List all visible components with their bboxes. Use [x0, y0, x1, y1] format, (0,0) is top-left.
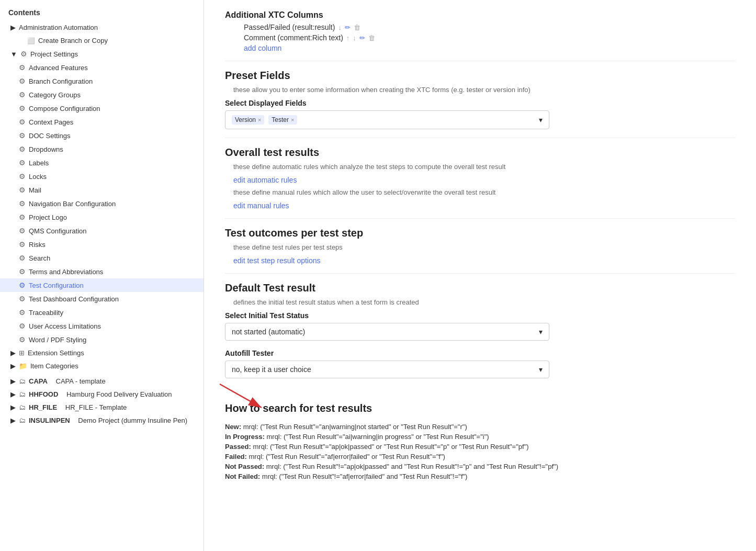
sidebar-item-create-branch[interactable]: ⬜ Create Branch or Copy	[0, 34, 204, 47]
select-displayed-fields-dropdown[interactable]: Version × Tester × ▾	[225, 110, 549, 129]
overall-test-results-desc2: these define manual rules which allow th…	[225, 188, 735, 196]
autofill-tester-value: no, keep it a user choice	[232, 365, 311, 374]
search-result-val-inprogress: mrql: ("Test Run Result"="ai|warning|in …	[266, 433, 489, 441]
chevron-right-icon: ▶	[10, 417, 16, 424]
sidebar-item-categories[interactable]: ▶ 📁 Item Categories	[0, 359, 204, 373]
chevron-down-icon: ▾	[539, 365, 543, 374]
delete-icon[interactable]: 🗑	[368, 34, 375, 42]
project-name-hrfile: HR_FILE - Template	[65, 403, 127, 411]
gear-icon: ⚙	[19, 322, 26, 330]
search-result-val-passed: mrql: ("Test Run Result"="ap|ok|passed" …	[253, 443, 529, 451]
tag-version-remove[interactable]: ×	[258, 117, 261, 123]
search-result-new: New: mrql: ("Test Run Result"="an|warnin…	[225, 423, 735, 431]
sidebar-item-label: Category Groups	[29, 91, 81, 99]
gear-icon: ⚙	[19, 240, 26, 249]
divider	[225, 138, 735, 138]
test-outcomes-desc: these define test rules per test steps	[225, 243, 735, 251]
sidebar-item-doc-settings[interactable]: ⚙ DOC Settings	[0, 129, 204, 142]
sidebar-item-mail[interactable]: ⚙ Mail	[0, 183, 204, 197]
sidebar-item-test-dashboard[interactable]: ⚙ Test Dashboard Configuration	[0, 292, 204, 306]
autofill-tester-label: Autofill Tester	[225, 349, 735, 357]
default-test-result-title: Default Test result	[225, 282, 735, 294]
sidebar-project-settings[interactable]: ▼ ⚙ Project Settings	[0, 47, 204, 61]
sidebar-item-categories-label: Item Categories	[30, 362, 78, 370]
sidebar-item-label: User Access Limitations	[29, 322, 101, 330]
delete-icon[interactable]: 🗑	[354, 24, 360, 31]
search-result-failed: Failed: mrql: ("Test Run Result"="af|err…	[225, 453, 735, 460]
sort-up-icon[interactable]: ↑	[346, 34, 350, 42]
sidebar-item-label: Word / PDF Styling	[29, 336, 86, 344]
sidebar-item-locks[interactable]: ⚙ Locks	[0, 170, 204, 183]
sidebar-item-category-groups[interactable]: ⚙ Category Groups	[0, 88, 204, 102]
sidebar-item-dropdowns[interactable]: ⚙ Dropdowns	[0, 142, 204, 156]
grid-icon: ⊞	[19, 349, 25, 357]
column-label-2: Comment (comment:Rich text)	[244, 33, 343, 42]
project-code-hhfood: HHFOOD	[29, 390, 58, 398]
sidebar-top-item[interactable]: ▶ Administration Automation	[0, 21, 204, 34]
search-result-key-new: New:	[225, 423, 241, 431]
edit-manual-rules-link[interactable]: edit manual rules	[233, 201, 289, 210]
sidebar-project-insulinpen[interactable]: ▶ 🗂 INSULINPEN Demo Project (dummy Insul…	[0, 414, 204, 427]
sidebar-item-test-configuration[interactable]: ⚙ Test Configuration	[0, 278, 204, 292]
sidebar: Contents ▶ Administration Automation ⬜ C…	[0, 0, 204, 551]
search-result-val-failed: mrql: ("Test Run Result"="af|error|faile…	[249, 453, 445, 460]
gear-icon: ⚙	[19, 335, 26, 344]
sidebar-item-advanced-features[interactable]: ⚙ Advanced Features	[0, 61, 204, 74]
project-name-capa: CAPA - template	[56, 377, 106, 385]
sidebar-extension-settings[interactable]: ▶ ⊞ Extension Settings	[0, 346, 204, 359]
sidebar-item-label: Navigation Bar Configuration	[29, 200, 116, 208]
edit-test-step-link[interactable]: edit test step result options	[233, 256, 321, 265]
sidebar-item-traceability[interactable]: ⚙ Traceability	[0, 306, 204, 319]
search-result-key-passed: Passed:	[225, 443, 251, 451]
gear-icon: ⚙	[19, 91, 26, 99]
sort-down-icon[interactable]: ↓	[353, 34, 356, 42]
sidebar-item-search[interactable]: ⚙ Search	[0, 251, 204, 265]
sidebar-project-hrfile[interactable]: ▶ 🗂 HR_FILE HR_FILE - Template	[0, 401, 204, 414]
project-name-insulinpen: Demo Project (dummy Insuline Pen)	[78, 417, 187, 424]
sidebar-item-create-branch-label: Create Branch or Copy	[38, 37, 108, 44]
sidebar-item-word-pdf[interactable]: ⚙ Word / PDF Styling	[0, 333, 204, 346]
tag-tester-remove[interactable]: ×	[291, 117, 294, 123]
sidebar-item-label: Terms and Abbreviations	[29, 268, 103, 276]
add-column-link[interactable]: add column	[244, 44, 281, 52]
gear-icon: ⚙	[19, 131, 26, 140]
gear-icon: ⚙	[19, 213, 26, 221]
sidebar-item-project-logo[interactable]: ⚙ Project Logo	[0, 210, 204, 224]
sidebar-item-label: Context Pages	[29, 118, 73, 126]
edit-icon[interactable]: ✏	[345, 24, 351, 31]
sidebar-item-navigation-bar[interactable]: ⚙ Navigation Bar Configuration	[0, 197, 204, 210]
divider	[225, 273, 735, 274]
search-result-val-notfailed: mrql: ("Test Run Result"!="af|error|fail…	[262, 473, 468, 480]
columns-list: Passed/Failed (result:result) ↓ ✏ 🗑 Comm…	[225, 23, 735, 52]
autofill-tester-dropdown[interactable]: no, keep it a user choice ▾	[225, 361, 549, 378]
sidebar-item-risks[interactable]: ⚙ Risks	[0, 238, 204, 251]
sidebar-item-user-access[interactable]: ⚙ User Access Limitations	[0, 319, 204, 333]
sort-down-icon[interactable]: ↓	[338, 24, 342, 31]
sidebar-item-terms-and-abbreviations[interactable]: ⚙ Terms and Abbreviations	[0, 265, 204, 278]
sidebar-project-capa[interactable]: ▶ 🗂 CAPA CAPA - template	[0, 375, 204, 388]
sidebar-item-label: Search	[29, 254, 50, 262]
divider	[225, 218, 735, 219]
edit-automatic-rules-link[interactable]: edit automatic rules	[233, 176, 297, 184]
default-test-result-desc: defines the initial test result status w…	[225, 298, 735, 306]
edit-icon[interactable]: ✏	[359, 34, 365, 42]
initial-status-value: not started (automatic)	[232, 328, 305, 336]
stack-icon: 🗂	[19, 417, 26, 424]
sidebar-item-label: Project Logo	[29, 213, 67, 221]
sidebar-item-branch-configuration[interactable]: ⚙ Branch Configuration	[0, 74, 204, 88]
sidebar-project-settings-label: Project Settings	[30, 50, 78, 58]
list-item[interactable]: add column	[244, 44, 735, 52]
search-result-notpassed: Not Passed: mrql: ("Test Run Result"!="a…	[225, 463, 735, 470]
preset-fields-title: Preset Fields	[225, 70, 735, 82]
sidebar-item-context-pages[interactable]: ⚙ Context Pages	[0, 115, 204, 129]
how-to-search-title: How to search for test results	[225, 402, 735, 414]
chevron-right-icon: ▶	[10, 24, 16, 31]
sidebar-item-labels[interactable]: ⚙ Labels	[0, 156, 204, 170]
sidebar-item-label: Dropdowns	[29, 145, 63, 153]
sidebar-item-qms-configuration[interactable]: ⚙ QMS Configuration	[0, 224, 204, 238]
chevron-down-icon: ▼	[10, 50, 17, 58]
initial-status-dropdown[interactable]: not started (automatic) ▾	[225, 323, 549, 341]
sidebar-item-compose-configuration[interactable]: ⚙ Compose Configuration	[0, 102, 204, 115]
sidebar-item-label: DOC Settings	[29, 132, 70, 140]
sidebar-project-hhfood[interactable]: ▶ 🗂 HHFOOD Hamburg Food Delivery Evaluat…	[0, 388, 204, 401]
